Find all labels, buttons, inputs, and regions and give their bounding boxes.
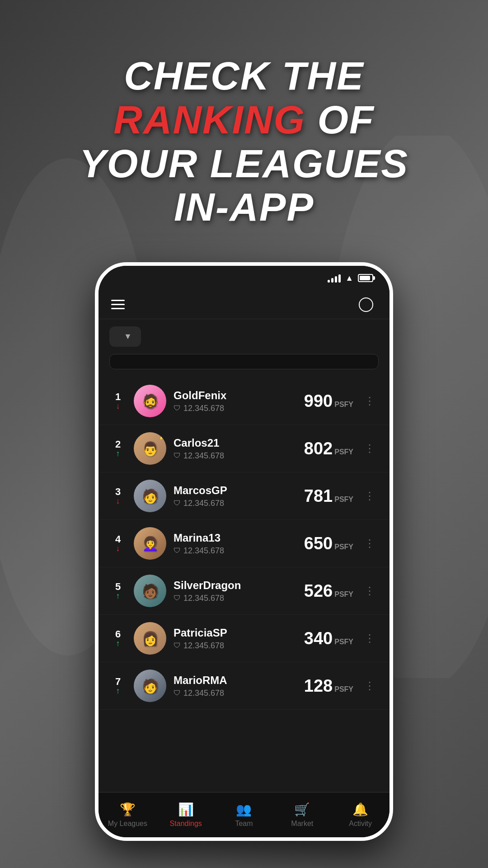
shield-icon: 🛡 — [174, 404, 181, 412]
score-unit: PSFY — [334, 638, 353, 646]
rank-change-icon: ↑ — [116, 592, 120, 600]
player-avatar: 🧑 — [134, 670, 166, 702]
more-options-button[interactable]: ⋮ — [361, 393, 379, 409]
avatar-face: 🧑🏾 — [134, 575, 166, 607]
rank-change-icon: ↓ — [116, 544, 120, 552]
player-avatar: 🧑 — [134, 480, 166, 512]
standing-row-6: 6 ↑ 👩 PatriciaSP 🛡 12.345.678 340 PSFY ⋮ — [99, 615, 389, 662]
player-name: MarcosGP — [174, 484, 297, 497]
hamburger-line-3 — [111, 308, 125, 309]
player-team-value: 🛡 12.345.678 — [174, 689, 297, 698]
more-options-button[interactable]: ⋮ — [361, 630, 379, 646]
avatar-face: 🧑 — [134, 480, 166, 512]
score-number: 990 — [304, 392, 333, 411]
player-name: PatriciaSP — [174, 627, 297, 639]
score-number: 340 — [304, 629, 333, 648]
signal-bar-3 — [335, 276, 337, 283]
team-number: 12.345.678 — [183, 594, 224, 603]
shield-icon: 🛡 — [174, 642, 181, 650]
rank-change-icon: ↑ — [116, 687, 120, 695]
avatar-face: 🧑 — [134, 670, 166, 702]
total-filter-dropdown[interactable]: ▼ — [109, 326, 141, 347]
rank-number: 2 — [115, 439, 121, 449]
team-number: 12.345.678 — [183, 689, 224, 698]
shield-icon: 🛡 — [174, 499, 181, 507]
player-name: SilverDragon — [174, 579, 297, 592]
score-unit: PSFY — [334, 448, 353, 456]
phone-mockup: ▲ — [95, 262, 393, 841]
player-avatar: 👩 — [134, 622, 166, 655]
relevo-logo — [359, 297, 377, 312]
hamburger-menu-button[interactable] — [111, 300, 125, 309]
player-team-value: 🛡 12.345.678 — [174, 641, 297, 651]
team-number: 12.345.678 — [183, 546, 224, 556]
more-options-button[interactable]: ⋮ — [361, 678, 379, 694]
score-unit: PSFY — [334, 495, 353, 504]
player-avatar: ⭐ 👨 — [134, 432, 166, 465]
player-info: Carlos21 🛡 12.345.678 — [174, 437, 297, 461]
player-team-value: 🛡 12.345.678 — [174, 404, 297, 413]
score-column: 526 PSFY — [304, 581, 353, 601]
player-info: MarcosGP 🛡 12.345.678 — [174, 484, 297, 508]
team-number: 12.345.678 — [183, 499, 224, 508]
player-info: GoldFenix 🛡 12.345.678 — [174, 389, 297, 413]
shield-icon: 🛡 — [174, 452, 181, 460]
rank-change-icon: ↓ — [116, 497, 120, 505]
score-column: 802 PSFY — [304, 439, 353, 458]
standing-row-1: 1 ↓ 🧔 GoldFenix 🛡 12.345.678 990 PSFY ⋮ — [99, 377, 389, 425]
more-options-button[interactable]: ⋮ — [361, 488, 379, 504]
standing-row-5: 5 ↑ 🧑🏾 SilverDragon 🛡 12.345.678 526 PSF… — [99, 567, 389, 615]
nav-activity[interactable]: 🔔 Activity — [331, 798, 389, 831]
nav-my-leagues[interactable]: 🏆 My Leagues — [99, 798, 157, 831]
signal-bar-4 — [338, 274, 341, 283]
rank-number: 7 — [115, 677, 121, 687]
shield-icon: 🛡 — [174, 547, 181, 555]
score-unit: PSFY — [334, 543, 353, 551]
player-avatar: 🧑🏾 — [134, 575, 166, 607]
score-unit: PSFY — [334, 401, 353, 409]
team-number: 12.345.678 — [183, 451, 224, 461]
score-column: 650 PSFY — [304, 534, 353, 553]
player-name: Carlos21 — [174, 437, 297, 449]
player-name: Marina13 — [174, 532, 297, 544]
search-box[interactable] — [109, 354, 379, 369]
filter-bar: ▼ — [99, 319, 389, 354]
rank-change-icon: ↓ — [116, 402, 120, 410]
nav-team[interactable]: 👥 Team — [215, 798, 273, 831]
nav-team-icon: 👥 — [236, 802, 252, 817]
avatar-face: 🧔 — [134, 385, 166, 417]
score-column: 128 PSFY — [304, 676, 353, 696]
standing-row-7: 7 ↑ 🧑 MarioRMA 🛡 12.345.678 128 PSFY ⋮ — [99, 662, 389, 710]
rank-number: 6 — [115, 629, 121, 639]
nav-market[interactable]: 🛒 Market — [273, 798, 331, 831]
player-info: MarioRMA 🛡 12.345.678 — [174, 674, 297, 698]
more-options-button[interactable]: ⋮ — [361, 535, 379, 552]
player-name: MarioRMA — [174, 674, 297, 687]
more-options-button[interactable]: ⋮ — [361, 583, 379, 599]
hamburger-line-1 — [111, 300, 125, 301]
score-unit: PSFY — [334, 590, 353, 599]
headline-section: CHECK THE RANKING OF YOUR LEAGUES IN-APP — [0, 36, 488, 247]
player-info: SilverDragon 🛡 12.345.678 — [174, 579, 297, 603]
nav-standings[interactable]: 📊 Standings — [157, 798, 215, 831]
nav-my-leagues-icon: 🏆 — [120, 802, 136, 817]
nav-activity-icon: 🔔 — [352, 802, 368, 817]
battery-icon — [358, 274, 373, 282]
more-options-button[interactable]: ⋮ — [361, 440, 379, 457]
bottom-nav: 🏆 My Leagues 📊 Standings 👥 Team 🛒 Market… — [99, 792, 389, 837]
search-container — [99, 354, 389, 377]
score-number: 650 — [304, 534, 333, 553]
nav-market-icon: 🛒 — [294, 802, 310, 817]
rank-column: 5 ↑ — [109, 582, 127, 600]
nav-activity-label: Activity — [349, 820, 372, 828]
score-column: 990 PSFY — [304, 392, 353, 411]
player-team-value: 🛡 12.345.678 — [174, 499, 297, 508]
signal-bar-2 — [331, 278, 333, 283]
player-team-value: 🛡 12.345.678 — [174, 451, 297, 461]
rank-number: 5 — [115, 582, 121, 592]
rank-number: 1 — [115, 392, 121, 402]
shield-icon: 🛡 — [174, 689, 181, 697]
standing-row-3: 3 ↓ 🧑 MarcosGP 🛡 12.345.678 781 PSFY ⋮ — [99, 472, 389, 520]
rank-column: 7 ↑ — [109, 677, 127, 695]
rank-column: 2 ↑ — [109, 439, 127, 458]
